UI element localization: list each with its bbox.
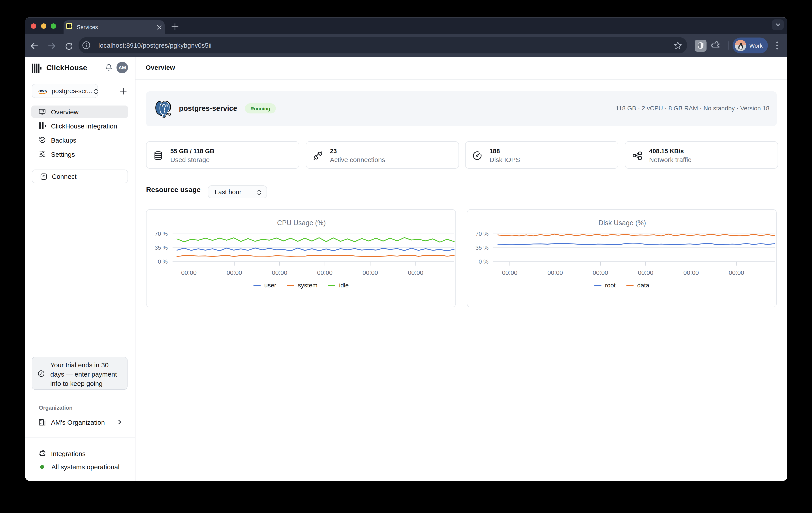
svg-text:70 %: 70 %: [155, 230, 168, 237]
svg-text:35 %: 35 %: [475, 245, 488, 251]
svg-text:35 %: 35 %: [155, 245, 168, 251]
svg-text:00:00: 00:00: [683, 269, 699, 276]
svg-text:00:00: 00:00: [408, 269, 424, 276]
svg-text:00:00: 00:00: [592, 269, 608, 276]
svg-text:00:00: 00:00: [317, 269, 332, 276]
svg-text:00:00: 00:00: [729, 269, 744, 276]
svg-text:Disk Usage (%): Disk Usage (%): [598, 219, 646, 227]
svg-text:00:00: 00:00: [638, 269, 653, 276]
svg-text:CPU Usage (%): CPU Usage (%): [277, 219, 326, 227]
svg-text:00:00: 00:00: [181, 269, 197, 276]
svg-text:00:00: 00:00: [547, 269, 563, 276]
svg-text:0 %: 0 %: [158, 258, 168, 265]
svg-text:aws: aws: [38, 88, 47, 93]
svg-text:70 %: 70 %: [475, 230, 488, 237]
svg-text:0 %: 0 %: [478, 258, 488, 265]
svg-text:00:00: 00:00: [272, 269, 287, 276]
svg-text:00:00: 00:00: [502, 269, 517, 276]
svg-text:00:00: 00:00: [362, 269, 378, 276]
svg-text:00:00: 00:00: [227, 269, 242, 276]
